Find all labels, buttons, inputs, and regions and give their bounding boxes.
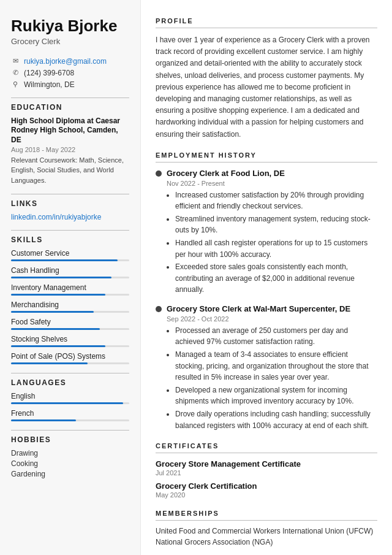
employment-title: EMPLOYMENT HISTORY — [156, 151, 377, 159]
sidebar: Rukiya Bjorke Grocery Clerk ✉ rukiya.bjo… — [0, 0, 141, 555]
language-bar-bg — [11, 419, 129, 421]
certificates-divider — [156, 453, 377, 453]
education-date: Aug 2018 - May 2022 — [11, 146, 129, 153]
hobbies-section-label: HOBBIES — [11, 435, 129, 444]
languages-list: English French — [11, 392, 129, 421]
languages-section-label: LANGUAGES — [11, 378, 129, 387]
phone-icon: ✆ — [11, 69, 20, 77]
language-label: English — [11, 392, 129, 400]
skills-section-label: SKILLS — [11, 235, 129, 244]
skill-item: Point of Sale (POS) Systems — [11, 352, 129, 364]
cert-date: May 2020 — [156, 491, 377, 499]
bullet-item: Processed an average of 250 customers pe… — [175, 325, 377, 348]
membership-item: National Grocers Association (NGA) — [156, 538, 377, 546]
hobby-item: Cooking — [11, 459, 129, 468]
skill-item: Food Safety — [11, 318, 129, 330]
skill-label: Stocking Shelves — [11, 335, 129, 343]
education-degree: High School Diploma at Caesar Rodney Hig… — [11, 117, 129, 145]
skill-item: Stocking Shelves — [11, 335, 129, 347]
resume-container: Rukiya Bjorke Grocery Clerk ✉ rukiya.bjo… — [0, 0, 392, 555]
education-coursework: Relevant Coursework: Math, Science, Engl… — [11, 155, 129, 186]
cert-name: Grocery Store Management Certificate — [156, 459, 377, 469]
skill-bar-fill — [11, 328, 100, 330]
contact-email: ✉ rukiya.bjorke@gmail.com — [11, 57, 129, 66]
contact-phone: ✆ (124) 399-6708 — [11, 69, 129, 77]
bullet-item: Handled all cash register operations for… — [175, 237, 377, 260]
certificate-item: Grocery Store Management Certificate Jul… — [156, 459, 377, 477]
bullet-item: Increased customer satisfaction by 20% t… — [175, 189, 377, 212]
emp-header: Grocery Store Clerk at Wal-Mart Supercen… — [156, 304, 377, 315]
memberships-divider — [156, 520, 377, 521]
profile-section: PROFILE I have over 1 year of experience… — [156, 17, 377, 140]
skill-item: Customer Service — [11, 249, 129, 261]
links-divider — [11, 194, 129, 194]
education-divider — [11, 98, 129, 98]
skill-label: Food Safety — [11, 318, 129, 326]
language-label: French — [11, 409, 129, 418]
emp-bullets: Processed an average of 250 customers pe… — [167, 325, 377, 431]
emp-bullets: Increased customer satisfaction by 20% t… — [167, 189, 377, 296]
cert-date: Jul 2021 — [156, 469, 377, 477]
emp-title: Grocery Clerk at Food Lion, DE — [167, 169, 285, 179]
profile-divider — [156, 28, 377, 28]
profile-text: I have over 1 year of experience as a Gr… — [156, 34, 377, 140]
hobbies-divider — [11, 430, 129, 431]
skill-bar-bg — [11, 277, 129, 278]
location-icon: ⚲ — [11, 80, 20, 88]
certificates-section: CERTIFICATES Grocery Store Management Ce… — [156, 442, 377, 499]
skill-bar-fill — [11, 294, 105, 296]
memberships-section: MEMBERSHIPS United Food and Commercial W… — [156, 510, 377, 546]
skill-item: Merchandising — [11, 300, 129, 313]
certificates-title: CERTIFICATES — [156, 442, 377, 450]
language-item: English — [11, 392, 129, 404]
emp-date: Sep 2022 - Oct 2022 — [167, 315, 377, 323]
contact-location: ⚲ Wilmington, DE — [11, 80, 129, 89]
memberships-title: MEMBERSHIPS — [156, 510, 377, 517]
linkedin-link[interactable]: linkedin.com/in/rukiyabjorke — [11, 213, 101, 221]
skill-bar-fill — [11, 362, 88, 364]
language-bar-fill — [11, 419, 76, 421]
emp-dot — [156, 306, 162, 312]
main-content: PROFILE I have over 1 year of experience… — [141, 0, 392, 555]
language-item: French — [11, 409, 129, 421]
skill-bar-bg — [11, 362, 129, 364]
emp-date: Nov 2022 - Present — [167, 180, 377, 187]
bullet-item: Streamlined inventory management system,… — [175, 213, 377, 236]
links-section-label: LINKS — [11, 199, 129, 208]
skill-bar-bg — [11, 345, 129, 347]
employment-entry: Grocery Store Clerk at Wal-Mart Supercen… — [156, 304, 377, 431]
certificates-list: Grocery Store Management Certificate Jul… — [156, 459, 377, 499]
email-link[interactable]: rukiya.bjorke@gmail.com — [24, 57, 107, 66]
skill-bar-fill — [11, 345, 105, 347]
phone-text: (124) 399-6708 — [24, 69, 74, 77]
memberships-list: United Food and Commercial Workers Inter… — [156, 527, 377, 546]
cert-name: Grocery Clerk Certification — [156, 481, 377, 491]
skill-bar-bg — [11, 311, 129, 313]
employment-divider — [156, 162, 377, 163]
email-icon: ✉ — [11, 57, 20, 65]
skill-item: Cash Handling — [11, 266, 129, 278]
bullet-item: Drove daily operations including cash ha… — [175, 408, 377, 431]
certificate-item: Grocery Clerk Certification May 2020 — [156, 481, 377, 499]
candidate-name: Rukiya Bjorke — [11, 17, 129, 36]
profile-title: PROFILE — [156, 17, 377, 25]
skill-bar-fill — [11, 311, 94, 313]
skill-bar-bg — [11, 259, 129, 261]
skill-bar-fill — [11, 277, 111, 278]
location-text: Wilmington, DE — [24, 80, 75, 89]
emp-title: Grocery Store Clerk at Wal-Mart Supercen… — [167, 304, 350, 315]
skill-label: Cash Handling — [11, 266, 129, 275]
hobby-item: Drawing — [11, 449, 129, 457]
skill-bar-fill — [11, 259, 118, 261]
languages-divider — [11, 373, 129, 373]
skills-list: Customer Service Cash Handling Inventory… — [11, 249, 129, 364]
hobbies-list: DrawingCookingGardening — [11, 449, 129, 478]
skill-label: Merchandising — [11, 300, 129, 309]
skill-label: Inventory Management — [11, 283, 129, 292]
emp-dot — [156, 170, 162, 177]
emp-header: Grocery Clerk at Food Lion, DE — [156, 169, 377, 179]
skill-label: Point of Sale (POS) Systems — [11, 352, 129, 361]
employment-entry: Grocery Clerk at Food Lion, DE Nov 2022 … — [156, 169, 377, 296]
skill-item: Inventory Management — [11, 283, 129, 296]
linkedin-link-item: linkedin.com/in/rukiyabjorke — [11, 213, 129, 221]
